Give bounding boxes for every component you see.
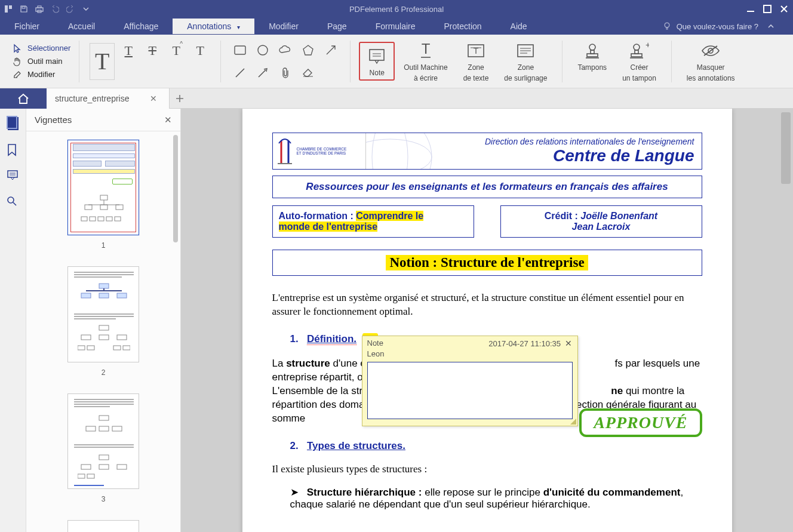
info-boxes: Auto-formation : Comprendre le monde de … [272, 205, 702, 238]
note-popup-close-icon[interactable]: ✕ [563, 339, 573, 348]
typewriter-icon: T [415, 40, 437, 61]
hide-annotations-tool[interactable]: Masquer les annotations [680, 37, 742, 86]
svg-rect-66 [113, 346, 121, 350]
select-tool[interactable]: Sélectionner [12, 43, 70, 54]
new-tab-button[interactable] [170, 94, 190, 103]
rectangle-shape[interactable] [231, 41, 249, 59]
svg-point-41 [8, 197, 14, 203]
print-icon[interactable] [35, 4, 44, 14]
resize-handle-br[interactable] [569, 417, 577, 426]
para2-f: ne [611, 385, 623, 396]
arrow-shape[interactable] [254, 64, 272, 82]
sub1-b: d'unicité du commandement [543, 487, 681, 498]
create-stamp-tool[interactable]: + Créer un tampon [616, 37, 663, 86]
menu-accueil[interactable]: Accueil [54, 19, 109, 34]
comments-rail-icon[interactable] [7, 170, 20, 183]
typewriter-tool[interactable]: T Outil Machine à écrire [397, 37, 454, 86]
search-rail-icon[interactable] [7, 196, 20, 209]
cloud-shape[interactable] [276, 41, 294, 59]
collapse-ribbon-icon[interactable] [767, 22, 775, 30]
menu-page[interactable]: Page [313, 19, 361, 34]
svg-rect-67 [123, 346, 130, 350]
svg-rect-1 [9, 5, 12, 9]
notion-title: Notion : Structure de l'entreprise [386, 255, 588, 270]
svg-rect-29 [587, 54, 598, 57]
textbox-tool[interactable]: T Zone de texte [457, 37, 496, 86]
note-popup[interactable]: Note 2017-04-27 11:10:35 ✕ Leon [362, 336, 578, 426]
separator [220, 41, 221, 82]
svg-line-42 [13, 202, 16, 205]
thumbnail-page-4[interactable] [67, 520, 139, 532]
minimize-button[interactable] [745, 4, 756, 14]
menu-modifier[interactable]: Modifier [254, 19, 313, 34]
menu-fichier[interactable]: Fichier [0, 19, 54, 34]
bookmarks-rail-icon[interactable] [7, 143, 20, 156]
dropdown-icon[interactable] [81, 4, 91, 14]
thumbnails-list[interactable]: 1 2 [26, 131, 180, 532]
menu-formulaire[interactable]: Formulaire [361, 19, 430, 34]
close-button[interactable] [779, 4, 789, 14]
maximize-button[interactable] [762, 4, 773, 14]
menu-aide[interactable]: Aide [496, 19, 542, 34]
title-bar: PDFelement 6 Professional [0, 0, 793, 18]
underline-tool[interactable]: T [125, 43, 133, 59]
close-tab-icon[interactable]: ✕ [150, 94, 157, 103]
document-scrollbar[interactable] [781, 112, 791, 184]
svg-rect-65 [87, 346, 94, 350]
line-shape[interactable] [231, 64, 249, 82]
sub1-label: Structure hiérarchique : [307, 487, 425, 498]
squiggly-tool[interactable]: T [196, 43, 204, 59]
svg-rect-54 [99, 284, 109, 288]
empty-cell [322, 64, 340, 82]
menu-annotations[interactable]: Annotations ▾ [173, 19, 254, 34]
menu-protection[interactable]: Protection [430, 19, 496, 34]
window-controls [745, 4, 789, 14]
document-tab[interactable]: structure_entreprise ✕ [47, 88, 170, 109]
svg-rect-0 [5, 5, 8, 13]
approved-stamp[interactable]: APPROUVÉ [579, 408, 702, 437]
thumbnails-scrollbar[interactable] [173, 135, 178, 242]
svg-rect-51 [98, 217, 104, 221]
resize-handle-bl[interactable] [362, 417, 371, 426]
svg-rect-32 [635, 50, 638, 54]
document-viewport[interactable]: CHAMBRE DE COMMERCE ET D'INDUSTRIE DE PA… [181, 109, 793, 532]
highlight-tool[interactable]: T [90, 43, 115, 80]
svg-rect-72 [99, 455, 109, 460]
cursor-icon [12, 43, 23, 54]
home-button[interactable] [0, 88, 47, 109]
svg-rect-57 [117, 293, 127, 298]
main-area: Vignettes ✕ 1 [0, 109, 793, 532]
edit-icon [12, 69, 23, 80]
strikethrough-tool[interactable]: T [149, 43, 156, 59]
note-popup-textarea[interactable] [367, 362, 573, 419]
svg-rect-77 [87, 474, 94, 478]
eraser-tool[interactable] [299, 64, 317, 82]
thumbnail-page-2[interactable] [67, 266, 139, 362]
note-tool[interactable]: Note [359, 42, 395, 81]
thumbnails-rail-icon[interactable] [8, 117, 19, 130]
undo-icon[interactable] [50, 4, 60, 14]
highlight-area-tool[interactable]: Zone de surlignage [497, 37, 554, 86]
stamps-tool[interactable]: Tampons [571, 37, 613, 85]
freehand-shape[interactable] [322, 41, 340, 59]
close-panel-icon[interactable]: ✕ [164, 115, 172, 125]
svg-rect-47 [116, 205, 123, 210]
hand-tool[interactable]: Outil main [12, 56, 70, 67]
document-tabs: structure_entreprise ✕ [0, 88, 793, 109]
circle-shape[interactable] [254, 41, 272, 59]
menu-affichage[interactable]: Affichage [109, 19, 173, 34]
polygon-shape[interactable] [299, 41, 317, 59]
svg-rect-56 [99, 293, 109, 298]
modify-tool-label: Modifier [27, 70, 55, 79]
caret-insert-tool[interactable]: T^ [173, 43, 180, 59]
thumbnail-page-1[interactable] [67, 140, 139, 235]
attachment-tool[interactable] [276, 64, 294, 82]
svg-text:T: T [422, 42, 431, 57]
save-icon[interactable] [19, 4, 29, 14]
logo-text-2: ET D'INDUSTRIE DE PARIS [297, 151, 347, 155]
thumbnail-page-3[interactable] [67, 393, 139, 489]
redo-icon[interactable] [66, 4, 75, 14]
tell-me-box[interactable]: Que voulez-vous faire ? [662, 21, 793, 31]
modify-tool[interactable]: Modifier [12, 69, 70, 80]
menu-bar: Fichier Accueil Affichage Annotations ▾ … [0, 18, 793, 35]
